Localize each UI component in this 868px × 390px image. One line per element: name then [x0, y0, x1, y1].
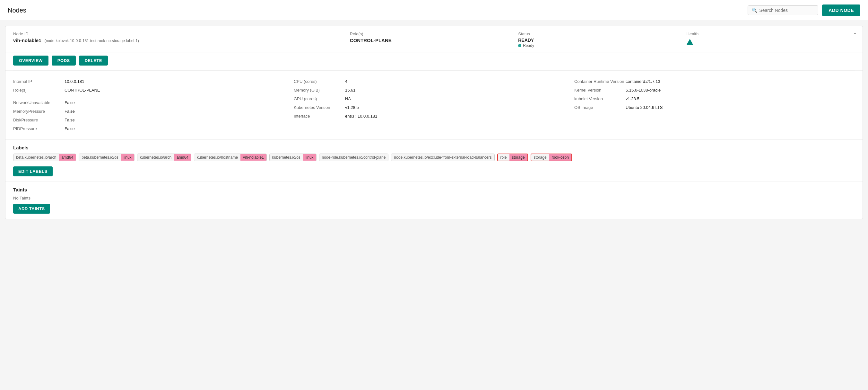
add-taints-button[interactable]: ADD TAINTS — [13, 204, 50, 214]
node-roles-value: CONTROL-PLANE — [350, 38, 518, 43]
no-taints-text: No Taints — [13, 196, 855, 201]
label-tag: node.kubernetes.io/exclude-from-external… — [391, 154, 494, 161]
detail-k8s-version: Kubernetes Version v1.28.5 — [294, 103, 566, 112]
label-value: amd64 — [174, 154, 191, 161]
label-key: kubernetes.io/hostname — [194, 154, 241, 161]
node-roles-label: Role(s) — [350, 31, 518, 36]
health-triangle-icon — [687, 39, 693, 44]
detail-disk-pressure: DiskPressure False — [13, 116, 286, 124]
label-key: beta.kubernetes.io/arch — [13, 154, 59, 161]
label-key: kubernetes.io/arch — [137, 154, 174, 161]
labels-title: Labels — [13, 145, 855, 150]
label-tag: beta.kubernetes.io/oslinux — [79, 154, 134, 161]
detail-network-unavailable: NetworkUnavailable False — [13, 98, 286, 107]
label-value: amd64 — [59, 154, 76, 161]
detail-kubelet: kubelet Version v1.28.5 — [574, 94, 847, 103]
search-icon: 🔍 — [752, 8, 757, 13]
label-value: storage — [509, 154, 527, 161]
edit-labels-button[interactable]: EDIT LABELS — [13, 167, 53, 176]
collapse-button[interactable]: ⌃ — [852, 31, 858, 38]
detail-memory-pressure: MemoryPressure False — [13, 107, 286, 116]
search-box: 🔍 — [748, 5, 818, 15]
label-tag: node-role.kubernetes.io/control-plane — [319, 154, 389, 161]
search-input[interactable] — [759, 8, 814, 13]
label-tag: storagerook-ceph — [531, 154, 572, 161]
label-tag: beta.kubernetes.io/archamd64 — [13, 154, 76, 161]
node-id-value: vih-nolable1 (node-kolpvnk-10-0-0-181-te… — [13, 38, 350, 43]
page-title: Nodes — [8, 7, 26, 14]
label-value: linux — [121, 154, 134, 161]
details-col-3: Container Runtime Version containerd://1… — [574, 77, 855, 133]
label-key: node-role.kubernetes.io/control-plane — [319, 154, 389, 161]
detail-kernel: Kernel Version 5.15.0-1038-oracle — [574, 86, 847, 94]
node-status-value: READY — [518, 38, 686, 43]
detail-gpu: GPU (cores) NA — [294, 94, 566, 103]
labels-section: Labels beta.kubernetes.io/archamd64beta.… — [5, 140, 863, 181]
node-status-badge: Ready — [518, 43, 534, 48]
labels-list: beta.kubernetes.io/archamd64beta.kuberne… — [13, 154, 855, 161]
node-roles-col: Role(s) CONTROL-PLANE — [350, 31, 518, 43]
label-key: storage — [531, 154, 549, 161]
node-actions: OVERVIEW PODS DELETE — [5, 52, 863, 70]
detail-cpu: CPU (cores) 4 — [294, 77, 566, 86]
details-col-2: CPU (cores) 4 Memory (GiB) 15.61 GPU (co… — [294, 77, 574, 133]
pods-button[interactable]: PODS — [52, 56, 76, 65]
detail-roles: Role(s) CONTROL-PLANE — [13, 86, 286, 94]
node-health-col: Health — [687, 31, 855, 46]
detail-memory: Memory (GiB) 15.61 — [294, 86, 566, 94]
top-bar-right: 🔍 ADD NODE — [748, 4, 860, 16]
taints-title: Taints — [13, 187, 855, 192]
taints-section: Taints No Taints ADD TAINTS — [5, 181, 863, 219]
label-key: kubernetes.io/os — [270, 154, 303, 161]
detail-container-runtime: Container Runtime Version containerd://1… — [574, 77, 847, 86]
label-tag: kubernetes.io/hostnamevih-nolable1 — [194, 154, 267, 161]
label-tag: rolestorage — [497, 154, 528, 161]
node-status-label: Status — [518, 31, 686, 36]
detail-internal-ip: Internal IP 10.0.0.181 — [13, 77, 286, 86]
node-status-col: Status READY Ready — [518, 31, 686, 48]
node-details: Internal IP 10.0.0.181 Role(s) CONTROL-P… — [5, 70, 863, 140]
label-value: vih-nolable1 — [241, 154, 267, 161]
details-col-1: Internal IP 10.0.0.181 Role(s) CONTROL-P… — [13, 77, 294, 133]
node-id-label: Node ID — [13, 31, 350, 36]
detail-pid-pressure: PIDPressure False — [13, 124, 286, 133]
label-tag: kubernetes.io/archamd64 — [137, 154, 191, 161]
label-value: linux — [303, 154, 316, 161]
node-health-label: Health — [687, 31, 855, 36]
detail-os-image: OS Image Ubuntu 20.04.6 LTS — [574, 103, 847, 112]
label-key: node.kubernetes.io/exclude-from-external… — [391, 154, 494, 161]
details-grid: Internal IP 10.0.0.181 Role(s) CONTROL-P… — [13, 77, 855, 133]
node-header: Node ID vih-nolable1 (node-kolpvnk-10-0-… — [5, 26, 863, 52]
delete-button[interactable]: DELETE — [79, 56, 108, 65]
status-dot-icon — [518, 44, 521, 47]
label-key: beta.kubernetes.io/os — [79, 154, 121, 161]
overview-button[interactable]: OVERVIEW — [13, 56, 49, 65]
node-panel: Node ID vih-nolable1 (node-kolpvnk-10-0-… — [5, 26, 863, 219]
top-bar: Nodes 🔍 ADD NODE — [0, 0, 868, 21]
label-key: role — [498, 154, 509, 161]
add-node-button[interactable]: ADD NODE — [822, 4, 860, 16]
detail-interface: Interface ens3 : 10.0.0.181 — [294, 112, 566, 120]
label-value: rook-ceph — [549, 154, 571, 161]
node-id-col: Node ID vih-nolable1 (node-kolpvnk-10-0-… — [13, 31, 350, 43]
node-id-sub: (node-kolpvnk-10-0-0-181-test-rook-no-st… — [44, 38, 139, 43]
label-tag: kubernetes.io/oslinux — [269, 154, 316, 161]
